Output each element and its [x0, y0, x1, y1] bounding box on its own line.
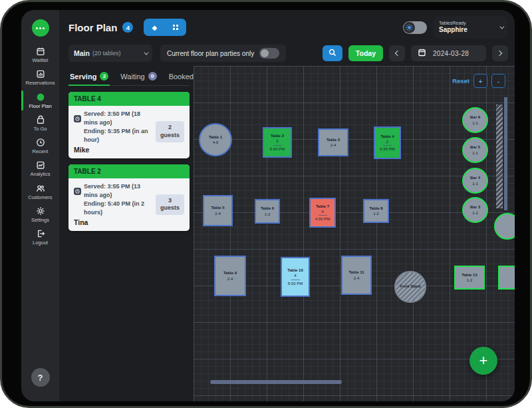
sidebar-item-settings[interactable]: Settings — [21, 203, 59, 226]
bar-3[interactable]: Bar 3 1-1 — [462, 197, 488, 223]
sidebar-item-label: Logout — [33, 240, 48, 246]
calendar-icon — [418, 47, 426, 59]
page-title: Floor Plan — [68, 22, 117, 33]
search-icon — [329, 47, 336, 59]
sidebar-item-label: Waitlist — [33, 58, 49, 63]
zoom-in-button[interactable]: + — [473, 74, 487, 88]
sidebar-item-label: Analytics — [30, 172, 50, 177]
bar-4[interactable]: Bar 4 1-1 — [462, 168, 488, 194]
sidebar-item-reservations[interactable]: Reservations — [21, 66, 59, 89]
floor-plan-canvas[interactable]: Reset + - Table 1 4-6 Table 2 3 5:40 PM — [194, 66, 515, 401]
guest-count-badge: 2 guests — [156, 121, 184, 142]
tab-waiting[interactable]: Waiting 0 — [119, 69, 158, 85]
bar-5[interactable]: Bar 5 1-1 — [462, 137, 488, 163]
reservations-chart-icon — [36, 69, 45, 79]
chevron-down-icon — [499, 24, 504, 29]
table-4[interactable]: Table 4 2 5:35 PM — [374, 126, 401, 159]
reset-zoom-button[interactable]: Reset — [452, 77, 469, 85]
table-3[interactable]: Table 3 2-4 — [318, 128, 348, 156]
party-card[interactable]: TABLE 4 Served: 3:50 PM (18 mins ago) En… — [68, 92, 190, 158]
sidebar-item-customers[interactable]: Customers — [21, 180, 59, 203]
logout-icon — [36, 229, 45, 238]
previous-day-button[interactable] — [389, 45, 405, 61]
clock-icon — [74, 115, 81, 122]
serving-count-badge: 2 — [100, 72, 108, 81]
gear-icon — [36, 206, 45, 216]
floor-select[interactable]: Main (20 tables) — [68, 45, 152, 62]
table-9[interactable]: Table 9 2-4 — [214, 256, 246, 296]
date-value: 2024-03-28 — [433, 50, 479, 57]
sidebar-item-label: To Go — [33, 126, 47, 132]
table-11[interactable]: Table 11 2-4 — [341, 256, 372, 295]
table-12[interactable]: Table 12 1-2 — [454, 266, 485, 290]
view-mode-button-group: ◆ — [144, 19, 186, 36]
table-8[interactable]: Table 8 1-2 — [363, 199, 389, 223]
header: Floor Plan 4 ◆ TablesReady Sa — [59, 10, 515, 41]
app-logo-icon[interactable] — [32, 19, 49, 37]
canvas-scrollbar-horizontal[interactable] — [210, 380, 342, 384]
ending-text: Ending: 5:35 PM (in an hour) — [84, 127, 152, 144]
shapes-view-button[interactable]: ◆ — [144, 19, 165, 36]
wall-strip — [504, 97, 507, 210]
table-7[interactable]: Table 7 4 4:00 PM — [309, 198, 336, 228]
parties-filter-toggle[interactable] — [259, 48, 279, 59]
sidebar-item-floor-plan[interactable]: Floor Plan — [21, 89, 59, 112]
served-text: Served: 3:55 PM (13 mins ago) — [84, 182, 152, 200]
to-go-bag-icon — [36, 115, 45, 124]
guest-name: Tina — [74, 218, 152, 226]
toolbar: Main (20 tables) Current floor plan part… — [59, 41, 515, 66]
sidebar-item-label: Reservations — [26, 81, 55, 86]
chevron-down-icon — [144, 50, 148, 55]
next-day-button[interactable] — [492, 45, 508, 61]
table-5[interactable]: Table 5 2-4 — [203, 195, 233, 226]
customers-icon — [36, 184, 45, 193]
floor-select-value: Main — [74, 49, 90, 57]
sidebar-item-waitlist[interactable]: Waitlist — [21, 43, 59, 66]
sidebar-item-analytics[interactable]: Analytics — [21, 157, 59, 180]
table-6[interactable]: Table 6 1-2 — [255, 199, 280, 224]
zoom-out-button[interactable]: - — [491, 74, 505, 88]
parties-panel: Serving 2 Waiting 0 Booked 2 T — [59, 66, 194, 401]
sidebar-item-label: Recent — [33, 149, 49, 154]
account-dropdown[interactable]: TablesReady Sapphire — [434, 16, 508, 39]
sidebar-item-label: Settings — [31, 218, 49, 223]
sidebar-item-label: Customers — [28, 195, 52, 200]
table-10[interactable]: Table 10 4 5:00 PM — [281, 257, 310, 297]
served-text: Served: 3:50 PM (18 mins ago) — [84, 110, 152, 127]
today-button[interactable]: Today — [348, 45, 383, 61]
chevron-right-icon — [497, 51, 502, 56]
floor-plan-count-badge: 4 — [122, 22, 133, 33]
sidebar-item-to-go[interactable]: To Go — [21, 112, 59, 134]
app-screen: Waitlist Reservations Floor Plan To Go — [21, 10, 515, 401]
party-card-table: TABLE 4 — [68, 92, 190, 106]
grid-view-button[interactable] — [165, 19, 186, 36]
front-stand[interactable]: Front Stand — [394, 271, 426, 303]
party-tabs: Serving 2 Waiting 0 Booked 2 — [68, 69, 190, 86]
add-table-button[interactable]: + — [469, 347, 497, 375]
diamond-icon: ◆ — [152, 24, 157, 31]
date-picker[interactable]: 2024-03-28 — [411, 45, 486, 61]
ending-text: Ending: 5:40 PM (in 2 hours) — [84, 200, 152, 217]
help-button[interactable]: ? — [31, 368, 50, 387]
sidebar: Waitlist Reservations Floor Plan To Go — [21, 10, 59, 401]
party-card[interactable]: TABLE 2 Served: 3:55 PM (13 mins ago) En… — [68, 164, 190, 231]
waiting-count-badge: 0 — [148, 72, 157, 81]
account-name: TablesReady — [439, 21, 467, 26]
table-1[interactable]: Table 1 4-6 — [199, 123, 232, 156]
table-13-partial[interactable] — [498, 266, 515, 290]
chevron-left-icon — [395, 51, 400, 56]
grid-icon — [173, 25, 175, 27]
floor-select-detail: (20 tables) — [92, 50, 121, 57]
tab-serving[interactable]: Serving 2 — [68, 69, 110, 85]
bar-2-partial[interactable] — [494, 213, 515, 240]
table-2[interactable]: Table 2 3 5:40 PM — [263, 127, 292, 158]
sidebar-item-logout[interactable]: Logout — [21, 226, 59, 248]
theme-toggle[interactable] — [403, 21, 427, 34]
bar-6[interactable]: Bar 6 1-1 — [462, 107, 488, 133]
sidebar-item-recent[interactable]: Recent — [21, 134, 59, 157]
main-area: Floor Plan 4 ◆ TablesReady Sa — [59, 10, 515, 401]
sidebar-item-label: Floor Plan — [29, 104, 51, 109]
search-button[interactable] — [323, 45, 342, 61]
account-plan: Sapphire — [439, 26, 467, 34]
guest-count-badge: 3 guests — [156, 194, 184, 215]
